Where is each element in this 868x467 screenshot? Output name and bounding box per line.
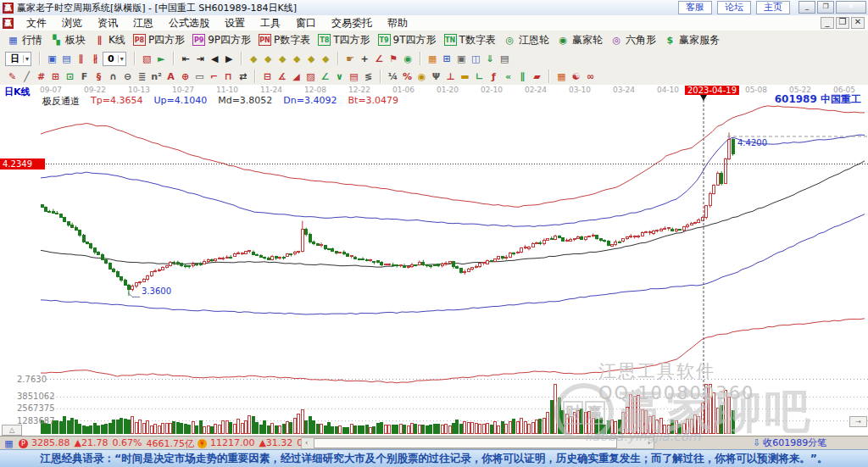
first-page-icon[interactable]: ⇤ [180, 53, 192, 65]
shade-tool[interactable]: ▨ [304, 70, 317, 83]
circle-marker-icon[interactable]: ◉ [402, 53, 415, 65]
circle-cross-tool[interactable]: ⊕ [179, 70, 192, 83]
shift-right-diamond-icon[interactable]: ◆ [291, 53, 303, 65]
t-table-button[interactable]: TNT数字表 [444, 32, 496, 47]
zoom-in-diamond-icon[interactable]: ◆ [248, 53, 260, 65]
cylinder-combo[interactable]: 0▾ [103, 52, 126, 66]
cylinder-tool[interactable]: ⊓ [222, 70, 235, 83]
expand-diamond-icon[interactable]: ◆ [305, 53, 318, 65]
spiral-tool[interactable]: § [92, 70, 105, 83]
kline-bar-icon[interactable]: ∦ [89, 53, 102, 65]
pencil-tool[interactable]: ✎ [6, 70, 19, 83]
angle-measure-icon[interactable]: ∠ [373, 53, 386, 65]
minimize-button[interactable]: _ [798, 1, 815, 14]
flag-marker-icon[interactable]: ⚑ [387, 53, 400, 65]
p-table-button[interactable]: PNP数字表 [259, 32, 310, 47]
rect-tool[interactable]: ▭ [193, 70, 206, 83]
support-line-tool[interactable]: ⊥ [444, 70, 457, 83]
homepage-button[interactable]: 主页 [756, 1, 790, 14]
menu-settings[interactable]: 设置 [217, 15, 253, 31]
menu-tools[interactable]: 工具 [253, 15, 288, 31]
close-button[interactable]: ✕ [836, 1, 866, 14]
t-square-button[interactable]: T8T四方形 [318, 32, 370, 47]
gold-section-circle-tool[interactable]: ◉ [415, 70, 428, 83]
expand-tool[interactable]: ⇄ [236, 70, 249, 83]
arc-tool[interactable]: ∩ [107, 70, 120, 83]
ratio-tool[interactable]: ¼ [387, 70, 399, 83]
menu-formula-select[interactable]: 公式选股 [161, 15, 217, 31]
9p-square-button[interactable]: P99P四方形 [192, 32, 251, 47]
zoom-out-diamond-icon[interactable]: ◆ [262, 53, 275, 65]
color-grid-icon[interactable]: ▦ [555, 70, 568, 83]
shanghai-index-quote[interactable]: 3285.88▲21.780.67%4661.75亿 [31, 437, 194, 450]
pitchfork-tool[interactable]: Ψ [430, 70, 442, 83]
menu-file[interactable]: 文件 [19, 15, 54, 31]
zigzag-tool[interactable]: ≶ [362, 70, 375, 83]
tick-data-link[interactable]: ⇩ 收601989分笔 [753, 436, 826, 449]
9t-square-button[interactable]: T99T四方形 [378, 32, 437, 47]
restore-button[interactable]: ❐ [817, 1, 834, 14]
percent-tool[interactable]: % [401, 70, 414, 83]
quote-button[interactable]: ▦行情 [7, 32, 42, 47]
mdi-close-button[interactable]: ✕ [851, 17, 865, 29]
trend-line-tool[interactable]: ╱ [20, 70, 33, 83]
gold-band-tool[interactable]: ▬ [459, 70, 471, 83]
scroll-right-button[interactable]: → [849, 416, 867, 427]
ray-tool[interactable]: ⌐ [208, 70, 220, 83]
chevron-down-icon[interactable]: ▾ [23, 55, 29, 63]
speed-lines-tool[interactable]: « [502, 70, 515, 83]
scroll-left-arrow-icon[interactable]: ‹ [302, 439, 311, 448]
kline-button[interactable]: ∥K线 [93, 32, 125, 47]
crosshair-tool-icon[interactable]: + [359, 53, 371, 65]
print-icon[interactable]: ▤ [498, 53, 511, 65]
ellipse-tool[interactable]: ⊖ [121, 70, 134, 83]
snapshot-icon[interactable]: ▣ [455, 53, 468, 65]
menu-browse[interactable]: 浏览 [54, 15, 90, 31]
window-layout-icon[interactable]: ▣ [46, 53, 58, 65]
sector-button[interactable]: ▚板块 [50, 32, 86, 47]
last-page-icon[interactable]: ⇥ [194, 53, 207, 65]
menu-help[interactable]: 帮助 [380, 15, 415, 31]
winner-service-button[interactable]: $赢家服务 [664, 32, 720, 47]
function-tool[interactable]: ƒ [487, 70, 500, 83]
menu-window[interactable]: 窗口 [288, 15, 324, 31]
report-tool[interactable]: ▤ [348, 70, 360, 83]
check-line-tool[interactable]: ∨ [333, 70, 346, 83]
gann-grid-tool[interactable]: ⊞ [49, 70, 62, 83]
square-of-nine-tool[interactable]: n² [150, 70, 163, 83]
menu-news[interactable]: 资讯 [90, 15, 125, 31]
box-line-tool[interactable]: ⊟ [261, 70, 274, 83]
calendar-icon[interactable]: ▦ [426, 53, 439, 65]
overlay-kline-icon[interactable]: ▧ [141, 53, 153, 65]
fan-tool[interactable]: ◢ [290, 70, 303, 83]
hand-tool-icon[interactable]: ☛ [344, 53, 357, 65]
taiji-icon[interactable]: ☯ [570, 70, 582, 83]
multi-line-tool[interactable]: ≣ [136, 70, 148, 83]
prev-bar-icon[interactable]: ◀ [209, 53, 221, 65]
menu-gann[interactable]: 江恩 [125, 15, 161, 31]
gann-wheel-button[interactable]: ◎江恩轮 [504, 32, 549, 47]
flag-icon[interactable]: ► [155, 53, 168, 65]
forum-button[interactable]: 论坛 [717, 1, 751, 14]
period-combo[interactable]: 日▾ [5, 52, 31, 66]
mdi-restore-button[interactable]: ❐ [836, 17, 849, 29]
infinity-icon[interactable]: ∞ [584, 70, 597, 83]
compass-tool[interactable]: A [164, 70, 177, 83]
chevron-down-icon[interactable]: ▾ [118, 55, 124, 63]
pane-collapse-button[interactable]: △ [2, 425, 22, 436]
rays-tool[interactable]: ∡ [275, 70, 288, 83]
quote-table-icon[interactable]: ▦ [3, 437, 15, 450]
mdi-minimize-button[interactable]: _ [821, 17, 834, 29]
parallel-tool[interactable]: ∥ [516, 70, 529, 83]
export-icon[interactable]: ⇓ [484, 53, 497, 65]
kline-style-icon[interactable]: ∥ [75, 53, 87, 65]
grid-lines-tool[interactable]: # [35, 70, 47, 83]
quote-board-icon[interactable]: ▤ [60, 53, 73, 65]
p-square-button[interactable]: P8P四方形 [133, 32, 185, 47]
shift-left-diamond-icon[interactable]: ◆ [276, 53, 289, 65]
scrollbar-thumb[interactable] [314, 438, 617, 448]
gann-box-tool[interactable]: ⊡ [64, 70, 76, 83]
angle-line-tool[interactable]: ∠ [319, 70, 331, 83]
fibonacci-tool[interactable]: F [78, 70, 91, 83]
next-bar-icon[interactable]: ▶ [223, 53, 236, 65]
